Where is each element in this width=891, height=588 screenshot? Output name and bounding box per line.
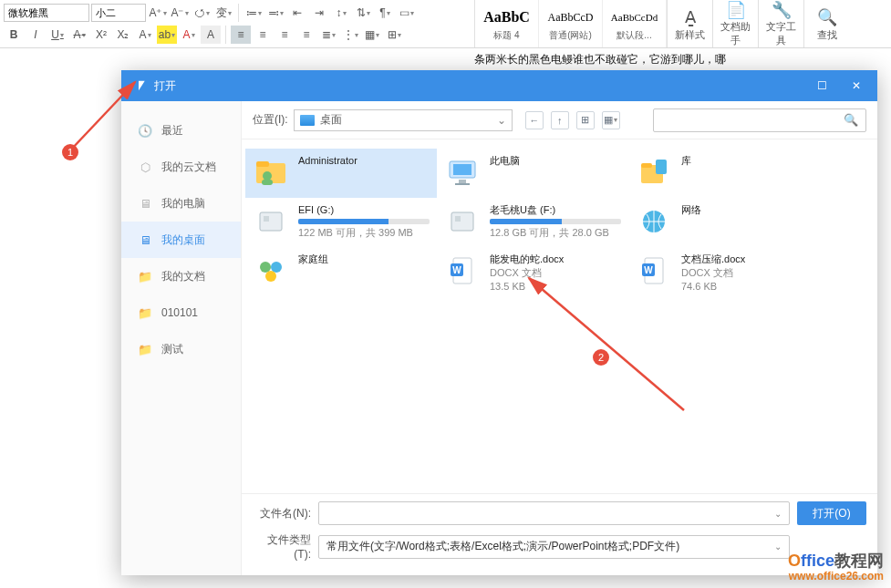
style-gallery: AaBbC 标题 4 AaBbCcD 普通(网站) AaBbCcDd 默认段..…: [474, 0, 667, 47]
align-justify-button[interactable]: ≡: [296, 26, 316, 44]
pc-icon: [444, 154, 481, 191]
annotation-badge-1: 1: [62, 144, 78, 160]
dec-indent-button[interactable]: ⇤: [287, 4, 307, 22]
item-this-pc[interactable]: 此电脑: [437, 149, 628, 198]
item-network[interactable]: 网络: [628, 198, 820, 247]
item-efi-drive[interactable]: EFI (G:) 122 MB 可用，共 399 MB: [245, 198, 437, 247]
folder-icon: 📁: [138, 269, 152, 284]
find-button[interactable]: 🔍 查找: [803, 0, 849, 47]
phonetic-button[interactable]: 变: [213, 4, 233, 22]
item-administrator[interactable]: Administrator: [245, 149, 437, 198]
distribute-button[interactable]: ≣: [318, 26, 338, 44]
search-input[interactable]: 🔍: [653, 108, 866, 132]
style-normal-web[interactable]: AaBbCcD 普通(网站): [539, 0, 603, 47]
shading-button[interactable]: A: [201, 26, 221, 44]
highlight-button[interactable]: ab: [157, 26, 177, 44]
shrink-font-button[interactable]: A⁻: [170, 4, 190, 22]
sidebar-item-documents[interactable]: 📁 我的文档: [121, 258, 241, 294]
maximize-button[interactable]: ☐: [804, 73, 839, 98]
sidebar-item-test[interactable]: 📁 测试: [121, 331, 241, 367]
view-button[interactable]: ▦: [602, 111, 620, 129]
font-name-select[interactable]: 微软雅黑: [4, 4, 89, 22]
align-right-button[interactable]: ≡: [275, 26, 295, 44]
dialog-footer: 文件名(N): ⌄ 打开(O) 文件类型(T): 常用文件(文字/Word格式;…: [242, 493, 877, 575]
numbering-button[interactable]: ≕: [265, 4, 285, 22]
filename-label: 文件名(N):: [253, 506, 311, 521]
app-logo-icon: [130, 77, 147, 94]
sidebar-item-010101[interactable]: 📁 010101: [121, 294, 241, 331]
svg-text:W: W: [452, 265, 461, 275]
new-folder-button[interactable]: ⊞: [576, 111, 595, 129]
font-size-select[interactable]: 小二: [91, 4, 146, 22]
svg-rect-3: [262, 180, 273, 185]
item-usb-drive[interactable]: 老毛桃U盘 (F:) 12.8 GB 可用，共 28.0 GB: [437, 198, 628, 247]
underline-button[interactable]: U: [47, 26, 67, 44]
cloud-icon: ⬡: [138, 160, 152, 174]
desktop-icon: 🖥: [138, 232, 152, 247]
font-color-button[interactable]: A: [179, 26, 199, 44]
style-heading4[interactable]: AaBbC 标题 4: [475, 0, 539, 47]
docx-icon: W: [444, 253, 481, 289]
find-icon: 🔍: [817, 6, 837, 28]
sidebar-item-cloud[interactable]: ⬡ 我的云文档: [121, 149, 241, 185]
dialog-titlebar[interactable]: 打开 ☐ ✕: [121, 70, 877, 101]
filename-input[interactable]: ⌄: [318, 501, 790, 525]
library-icon: [636, 154, 672, 191]
sidebar-item-thispc[interactable]: 🖥 我的电脑: [121, 185, 241, 222]
border-top-button[interactable]: ▭: [397, 4, 417, 22]
location-bar: 位置(I): 桌面 ⌄ ← ↑ ⊞ ▦ 🔍: [242, 101, 877, 139]
new-style-button[interactable]: A̱ 新样式: [667, 0, 712, 47]
network-icon: [636, 203, 672, 240]
bold-button[interactable]: B: [4, 26, 24, 44]
tabs-button[interactable]: ⊞: [384, 26, 404, 44]
align-center-button[interactable]: ≡: [253, 26, 273, 44]
up-button[interactable]: ↑: [551, 111, 569, 129]
change-case-button[interactable]: A: [135, 26, 155, 44]
line-height-button[interactable]: ¶: [375, 4, 395, 22]
style-default-para[interactable]: AaBbCcDd 默认段...: [603, 0, 667, 47]
item-docx-compress[interactable]: W 文档压缩.docx DOCX 文档 74.6 KB: [628, 247, 820, 296]
strike-button[interactable]: A: [69, 26, 89, 44]
chevron-down-icon: ⌄: [774, 509, 782, 519]
open-button[interactable]: 打开(O): [797, 501, 866, 525]
dialog-main: 位置(I): 桌面 ⌄ ← ↑ ⊞ ▦ 🔍: [242, 101, 877, 575]
bullets-button[interactable]: ≔: [243, 4, 264, 22]
svg-rect-1: [256, 161, 269, 167]
item-docx-eel[interactable]: W 能发电的蛇.docx DOCX 文档 13.5 KB: [437, 247, 628, 296]
close-button[interactable]: ✕: [839, 73, 874, 98]
para-spacing-button[interactable]: ⋮: [340, 26, 360, 44]
sidebar-item-recent[interactable]: 🕓 最近: [121, 112, 241, 149]
svg-rect-5: [453, 164, 471, 175]
svg-text:W: W: [644, 265, 653, 275]
file-list: Administrator 此电脑 库: [242, 139, 877, 493]
location-label: 位置(I):: [253, 112, 288, 128]
subscript-button[interactable]: X₂: [113, 26, 133, 44]
item-libraries[interactable]: 库: [628, 149, 820, 198]
italic-button[interactable]: I: [26, 26, 46, 44]
spacing-button[interactable]: ⇅: [353, 4, 373, 22]
open-dialog: 打开 ☐ ✕ 🕓 最近 ⬡ 我的云文档 🖥 我的电脑 🖥 我的桌面 📁: [121, 70, 877, 575]
item-homegroup[interactable]: 家庭组: [245, 247, 437, 296]
user-folder-icon: [253, 154, 289, 191]
doc-helper-button[interactable]: 📄 文档助手: [712, 0, 758, 47]
filetype-select[interactable]: 常用文件(文字/Word格式;表格/Excel格式;演示/PowerPoint格…: [318, 535, 790, 559]
doc-helper-icon: 📄: [726, 0, 746, 20]
back-button[interactable]: ←: [525, 111, 544, 129]
clear-format-button[interactable]: ⭯: [192, 4, 212, 22]
location-select[interactable]: 桌面 ⌄: [294, 109, 513, 131]
text-tool-icon: 🔧: [772, 0, 792, 20]
ribbon-font-group: 微软雅黑 小二 A⁺ A⁻ ⭯ 变 ≔ ≕ ⇤ ⇥ ↕ ⇅ ¶ ▭ B I U …: [0, 0, 474, 47]
borders-button[interactable]: ▦: [362, 26, 382, 44]
text-tool-button[interactable]: 🔧 文字工具: [758, 0, 803, 47]
svg-point-17: [271, 262, 282, 273]
inc-indent-button[interactable]: ⇥: [309, 4, 329, 22]
docx-icon: W: [636, 253, 672, 289]
superscript-button[interactable]: X²: [91, 26, 111, 44]
svg-rect-14: [455, 216, 461, 222]
svg-rect-12: [264, 216, 269, 222]
svg-point-18: [265, 271, 276, 282]
grow-font-button[interactable]: A⁺: [148, 4, 168, 22]
align-left-button[interactable]: ≡: [231, 26, 251, 44]
sidebar-item-desktop[interactable]: 🖥 我的桌面: [121, 222, 241, 258]
sort-button[interactable]: ↕: [331, 4, 351, 22]
